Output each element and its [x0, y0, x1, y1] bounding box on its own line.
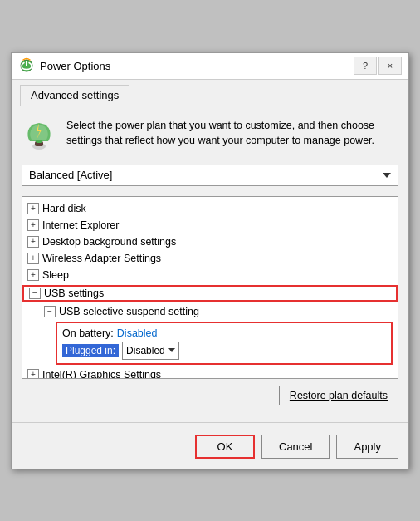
tree-item-label: Hard disk [42, 203, 86, 214]
close-button[interactable]: × [378, 57, 402, 75]
plugged-in-dropdown[interactable]: Disabled Enabled [122, 342, 179, 360]
power-options-window: Power Options ? × Advanced settings Sele… [11, 52, 409, 469]
restore-row: Restore plan defaults [22, 386, 398, 405]
tree-item-label: Internet Explorer [42, 219, 119, 231]
power-options-icon [18, 57, 35, 74]
plugged-in-label: Plugged in: [62, 344, 119, 357]
expand-icon[interactable]: + [27, 236, 39, 248]
on-battery-label: On battery: [62, 327, 114, 339]
list-item[interactable]: + Desktop background settings [22, 233, 398, 250]
collapse-icon[interactable]: − [29, 288, 41, 299]
list-item[interactable]: + Internet Explorer [22, 217, 398, 233]
description-text: Select the power plan that you want to c… [66, 118, 398, 150]
apply-button[interactable]: Apply [336, 435, 398, 459]
settings-tree[interactable]: + Hard disk + Internet Explorer + Deskto… [22, 196, 398, 379]
usb-settings-label: USB settings [44, 288, 104, 299]
help-button[interactable]: ? [354, 57, 377, 75]
list-item[interactable]: + Intel(R) Graphics Settings [22, 366, 398, 379]
ok-button[interactable]: OK [195, 435, 255, 459]
tree-item-label: Intel(R) Graphics Settings [42, 369, 161, 379]
svg-point-3 [36, 140, 42, 143]
expand-icon[interactable]: + [27, 219, 39, 231]
advanced-settings-tab[interactable]: Advanced settings [20, 85, 129, 106]
expand-icon[interactable]: + [27, 203, 39, 214]
on-battery-row: On battery: Disabled [62, 327, 386, 340]
tree-item-label: Desktop background settings [42, 236, 176, 248]
expand-icon[interactable]: + [27, 369, 39, 379]
on-battery-value: Disabled [117, 327, 158, 339]
collapse-icon[interactable]: − [44, 306, 56, 317]
list-item[interactable]: + Hard disk [22, 200, 398, 217]
usb-setting-box: On battery: Disabled Plugged in: Disable… [56, 322, 393, 365]
tree-item-label: Sleep [42, 269, 69, 281]
expand-icon[interactable]: + [27, 269, 39, 281]
plan-dropdown[interactable]: Balanced [Active] [22, 165, 398, 186]
list-item[interactable]: + Wireless Adapter Settings [22, 250, 398, 267]
plan-dropdown-row: Balanced [Active] [22, 165, 398, 186]
cancel-button[interactable]: Cancel [261, 435, 330, 459]
divider [12, 422, 408, 423]
restore-plan-defaults-button[interactable]: Restore plan defaults [279, 386, 398, 405]
main-content: Select the power plan that you want to c… [12, 106, 408, 417]
title-bar: Power Options ? × [12, 53, 408, 80]
usb-selective-item[interactable]: − USB selective suspend setting [22, 303, 398, 320]
tree-item-label: Wireless Adapter Settings [42, 253, 161, 264]
usb-settings-item[interactable]: − USB settings [22, 283, 398, 303]
list-item[interactable]: + Sleep [22, 267, 398, 283]
title-bar-controls: ? × [354, 57, 402, 75]
window-title: Power Options [40, 60, 354, 72]
tab-bar: Advanced settings [12, 80, 408, 106]
expand-icon[interactable]: + [27, 253, 39, 264]
description-area: Select the power plan that you want to c… [22, 118, 398, 153]
power-plan-icon [22, 118, 56, 153]
plugged-in-row: Plugged in: Disabled Enabled [62, 342, 386, 360]
dialog-buttons: OK Cancel Apply [12, 428, 408, 469]
usb-selective-label: USB selective suspend setting [59, 306, 199, 317]
